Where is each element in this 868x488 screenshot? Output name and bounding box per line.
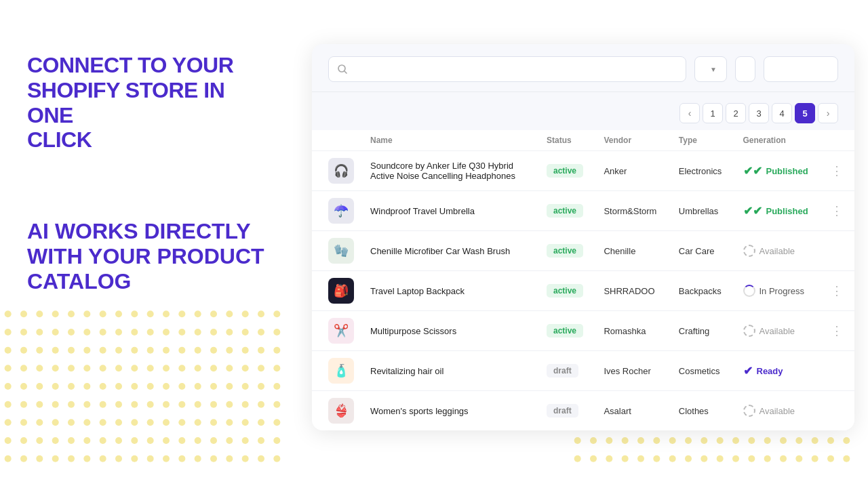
product-type-cell: Cosmetics [671, 351, 735, 391]
product-image: 🧤 [328, 238, 354, 264]
pagination-next[interactable]: › [818, 103, 838, 123]
generation-status: Available [743, 405, 815, 417]
col-header-type: Type [671, 130, 735, 151]
row-menu-button[interactable]: ⋮ [831, 204, 844, 218]
product-image: ✂️ [328, 318, 354, 344]
status-badge: draft [547, 364, 578, 378]
generation-label: Available [760, 326, 795, 336]
hero-title-1: CONNECT TO YOURSHOPIFY STORE IN ONECLICK [27, 53, 264, 152]
col-header-status: Status [538, 130, 595, 151]
product-name-cell: Chenille Microfiber Car Wash Brush [362, 231, 538, 271]
table-row: ☂️ Windproof Travel Umbrella active Stor… [312, 191, 854, 231]
product-actions-cell[interactable]: ⋮ [823, 191, 854, 231]
product-image: 🧴 [328, 358, 354, 384]
status-badge: active [547, 244, 583, 258]
product-img-cell: 🧴 [312, 351, 362, 391]
product-actions-cell[interactable]: ⋮ [823, 271, 854, 311]
product-generation-cell: ✔✔ Published [735, 191, 823, 231]
product-img-cell: 🎒 [312, 271, 362, 311]
product-image: ☂️ [328, 198, 354, 224]
filter-bar: ▼ [312, 44, 854, 92]
product-status-cell: active [538, 191, 595, 231]
product-vendor-cell: Storm&Storm [595, 191, 670, 231]
col-header-vendor: Vendor [595, 130, 670, 151]
product-type-cell: Crafting [671, 311, 735, 351]
product-vendor-cell: SHRRADOO [595, 271, 670, 311]
product-name: Chenille Microfiber Car Wash Brush [370, 246, 510, 256]
product-status-cell: draft [538, 351, 595, 391]
status-badge: active [547, 284, 583, 298]
product-generation-cell: ✔✔ Published [735, 151, 823, 191]
table-header-row: Name Status Vendor Type Generation [312, 130, 854, 151]
generation-status: In Progress [743, 285, 815, 297]
product-type-cell: Umbrellas [671, 191, 735, 231]
product-type-cell: Clothes [671, 391, 735, 431]
circle-dashed-icon [743, 245, 755, 257]
product-vendor-cell: Ives Rocher [595, 351, 670, 391]
search-input[interactable] [353, 64, 677, 75]
product-status-cell: draft [538, 391, 595, 431]
product-actions-cell [823, 231, 854, 271]
product-name-cell: Revitalizing hair oil [362, 351, 538, 391]
row-menu-button[interactable]: ⋮ [831, 164, 844, 178]
product-type-cell: Backpacks [671, 271, 735, 311]
row-menu-button[interactable]: ⋮ [831, 324, 844, 338]
pagination-page-3[interactable]: 3 [749, 103, 769, 123]
col-header-name: Name [362, 130, 538, 151]
generation-label: Published [766, 206, 808, 216]
product-vendor-cell: Anker [595, 151, 670, 191]
table-row: 🎧 Soundcore by Anker Life Q30 Hybrid Act… [312, 151, 854, 191]
product-name: Women's sports leggings [370, 406, 469, 416]
product-vendor-cell: Romashka [595, 311, 670, 351]
product-actions-cell[interactable]: ⋮ [823, 311, 854, 351]
product-status-cell: active [538, 151, 595, 191]
pagination-page-5[interactable]: 5 [795, 103, 815, 123]
product-img-cell: ☂️ [312, 191, 362, 231]
product-generation-cell: Available [735, 231, 823, 271]
product-name: Soundcore by Anker Life Q30 Hybrid Activ… [370, 161, 515, 181]
status-filter-button[interactable]: ▼ [694, 56, 727, 82]
product-img-cell: ✂️ [312, 311, 362, 351]
product-status-cell: active [538, 271, 595, 311]
svg-line-1 [344, 71, 347, 73]
product-name-cell: Windproof Travel Umbrella [362, 191, 538, 231]
product-type-filter-button[interactable] [735, 56, 755, 82]
product-vendor-cell: Chenille [595, 231, 670, 271]
products-table: Name Status Vendor Type Generation 🎧 Sou… [312, 130, 854, 430]
table-row: ✂️ Multipurpose Scissors active Romashka… [312, 311, 854, 351]
generation-status: Available [743, 325, 815, 337]
vendor-filter-button[interactable] [764, 56, 838, 82]
product-name: Windproof Travel Umbrella [370, 206, 475, 216]
product-name-cell: Multipurpose Scissors [362, 311, 538, 351]
pagination-prev[interactable]: ‹ [679, 103, 700, 123]
status-badge: active [547, 164, 583, 178]
generation-status: ✔ Ready [743, 364, 815, 378]
check-double-icon: ✔✔ [743, 164, 762, 178]
spinner-icon [743, 285, 755, 297]
circle-dashed-icon [743, 405, 755, 417]
generation-label: Available [760, 246, 795, 256]
generation-label: Published [766, 166, 808, 176]
product-generation-cell: Available [735, 311, 823, 351]
pagination-page-1[interactable]: 1 [703, 103, 723, 123]
generation-label: Ready [757, 366, 783, 376]
pagination-page-2[interactable]: 2 [726, 103, 746, 123]
product-actions-cell[interactable]: ⋮ [823, 151, 854, 191]
product-name-cell: Travel Laptop Backpack [362, 271, 538, 311]
pagination: ‹ 1 2 3 4 5 › [679, 103, 838, 123]
product-type-cell: Car Care [671, 231, 735, 271]
pagination-page-4[interactable]: 4 [772, 103, 792, 123]
row-menu-button[interactable]: ⋮ [831, 284, 844, 298]
table-row: 🧤 Chenille Microfiber Car Wash Brush act… [312, 231, 854, 271]
circle-dashed-icon [743, 325, 755, 337]
product-name-cell: Soundcore by Anker Life Q30 Hybrid Activ… [362, 151, 538, 191]
card-panel: ▼ ‹ 1 2 3 4 5 › Name Status Vendor [312, 44, 854, 430]
generation-status: Available [743, 245, 815, 257]
product-image: 🎧 [328, 158, 354, 184]
product-image: 👙 [328, 398, 354, 424]
product-actions-cell [823, 391, 854, 431]
search-wrapper[interactable] [328, 56, 686, 82]
table-row: 🧴 Revitalizing hair oil draft Ives Roche… [312, 351, 854, 391]
check-double-icon: ✔✔ [743, 204, 762, 218]
product-img-cell: 👙 [312, 391, 362, 431]
